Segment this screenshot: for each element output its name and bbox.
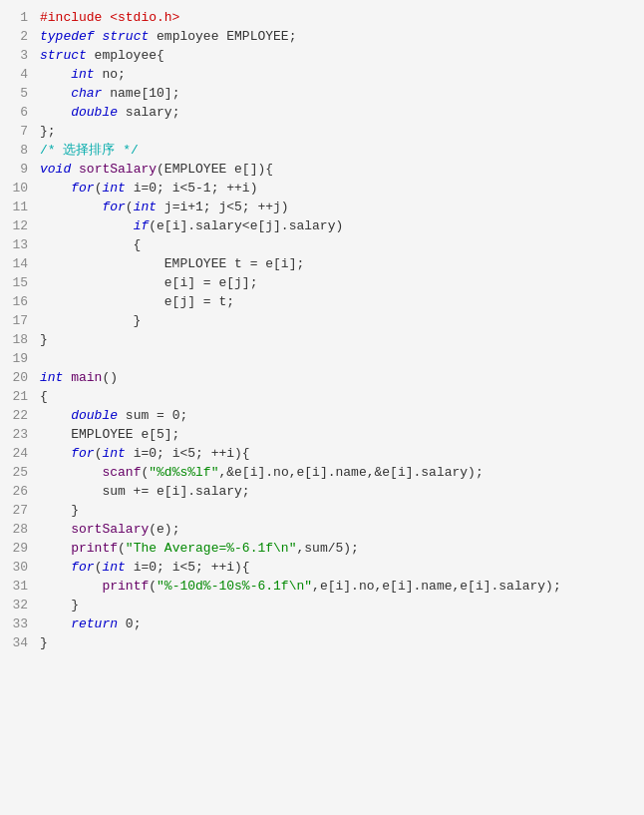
line-number: 4	[4, 65, 28, 84]
line-number: 7	[4, 122, 28, 141]
code-content: e[j] = t;	[40, 292, 234, 311]
code-line: 4 int no;	[0, 65, 644, 84]
line-number: 17	[4, 311, 28, 330]
line-number: 5	[4, 84, 28, 103]
code-content: printf("The Average=%-6.1f\n",sum/5);	[40, 539, 359, 558]
code-content: {	[40, 387, 48, 406]
code-line: 18}	[0, 330, 644, 349]
code-content: }	[40, 633, 48, 652]
code-line: 7};	[0, 122, 644, 141]
code-line: 1#include <stdio.h>	[0, 8, 644, 27]
line-number: 24	[4, 444, 28, 463]
code-content: };	[40, 122, 56, 141]
code-line: 9void sortSalary(EMPLOYEE e[]){	[0, 160, 644, 179]
line-number: 19	[4, 349, 28, 368]
code-content: }	[40, 501, 79, 520]
code-content: printf("%-10d%-10s%-6.1f\n",e[i].no,e[i]…	[40, 577, 561, 596]
code-content: EMPLOYEE e[5];	[40, 425, 179, 444]
code-content: scanf("%d%s%lf",&e[i].no,e[i].name,&e[i]…	[40, 463, 483, 482]
code-content	[40, 349, 48, 368]
code-line: 14 EMPLOYEE t = e[i];	[0, 254, 644, 273]
code-line: 22 double sum = 0;	[0, 406, 644, 425]
line-number: 14	[4, 254, 28, 273]
code-editor: 1#include <stdio.h>2typedef struct emplo…	[0, 0, 644, 815]
code-line: 5 char name[10];	[0, 84, 644, 103]
line-number: 20	[4, 368, 28, 387]
code-content: void sortSalary(EMPLOYEE e[]){	[40, 160, 273, 179]
line-number: 15	[4, 273, 28, 292]
code-content: e[i] = e[j];	[40, 273, 257, 292]
line-number: 2	[4, 27, 28, 46]
line-number: 26	[4, 482, 28, 501]
code-line: 31 printf("%-10d%-10s%-6.1f\n",e[i].no,e…	[0, 577, 644, 596]
code-line: 20int main()	[0, 368, 644, 387]
code-content: typedef struct employee EMPLOYEE;	[40, 27, 296, 46]
code-content: for(int i=0; i<5-1; ++i)	[40, 179, 257, 198]
code-line: 12 if(e[i].salary<e[j].salary)	[0, 216, 644, 235]
line-number: 13	[4, 235, 28, 254]
code-content: return 0;	[40, 614, 141, 633]
code-content: sum += e[i].salary;	[40, 482, 250, 501]
code-content: /* 选择排序 */	[40, 141, 139, 160]
code-line: 23 EMPLOYEE e[5];	[0, 425, 644, 444]
line-number: 28	[4, 520, 28, 539]
code-content: EMPLOYEE t = e[i];	[40, 254, 304, 273]
code-line: 16 e[j] = t;	[0, 292, 644, 311]
code-content: double salary;	[40, 103, 179, 122]
code-line: 33 return 0;	[0, 614, 644, 633]
code-line: 19	[0, 349, 644, 368]
line-number: 12	[4, 216, 28, 235]
code-content: #include <stdio.h>	[40, 8, 179, 27]
code-line: 17 }	[0, 311, 644, 330]
code-content: double sum = 0;	[40, 406, 187, 425]
line-number: 1	[4, 8, 28, 27]
code-content: for(int i=0; i<5; ++i){	[40, 444, 250, 463]
line-number: 30	[4, 558, 28, 577]
code-line: 3struct employee{	[0, 46, 644, 65]
code-content: {	[40, 235, 141, 254]
line-number: 9	[4, 160, 28, 179]
line-number: 31	[4, 577, 28, 596]
code-content: sortSalary(e);	[40, 520, 179, 539]
code-content: int main()	[40, 368, 118, 387]
code-content: for(int i=0; i<5; ++i){	[40, 558, 250, 577]
code-content: }	[40, 330, 48, 349]
line-number: 29	[4, 539, 28, 558]
line-number: 11	[4, 198, 28, 216]
code-content: }	[40, 311, 141, 330]
code-line: 25 scanf("%d%s%lf",&e[i].no,e[i].name,&e…	[0, 463, 644, 482]
line-number: 21	[4, 387, 28, 406]
code-content: for(int j=i+1; j<5; ++j)	[40, 198, 289, 216]
code-line: 8/* 选择排序 */	[0, 141, 644, 160]
line-number: 25	[4, 463, 28, 482]
code-content: }	[40, 596, 79, 614]
line-number: 23	[4, 425, 28, 444]
code-line: 2typedef struct employee EMPLOYEE;	[0, 27, 644, 46]
code-line: 30 for(int i=0; i<5; ++i){	[0, 558, 644, 577]
code-line: 15 e[i] = e[j];	[0, 273, 644, 292]
line-number: 27	[4, 501, 28, 520]
line-number: 3	[4, 46, 28, 65]
line-number: 18	[4, 330, 28, 349]
line-number: 34	[4, 633, 28, 652]
code-line: 6 double salary;	[0, 103, 644, 122]
line-number: 22	[4, 406, 28, 425]
code-content: if(e[i].salary<e[j].salary)	[40, 216, 343, 235]
line-number: 6	[4, 103, 28, 122]
code-line: 28 sortSalary(e);	[0, 520, 644, 539]
code-line: 29 printf("The Average=%-6.1f\n",sum/5);	[0, 539, 644, 558]
code-content: char name[10];	[40, 84, 179, 103]
line-number: 33	[4, 614, 28, 633]
code-line: 32 }	[0, 596, 644, 614]
line-number: 10	[4, 179, 28, 198]
code-line: 13 {	[0, 235, 644, 254]
line-number: 32	[4, 596, 28, 614]
code-line: 24 for(int i=0; i<5; ++i){	[0, 444, 644, 463]
code-line: 21{	[0, 387, 644, 406]
code-line: 11 for(int j=i+1; j<5; ++j)	[0, 198, 644, 216]
code-content: int no;	[40, 65, 126, 84]
line-number: 16	[4, 292, 28, 311]
code-line: 34}	[0, 633, 644, 652]
code-line: 27 }	[0, 501, 644, 520]
code-line: 26 sum += e[i].salary;	[0, 482, 644, 501]
